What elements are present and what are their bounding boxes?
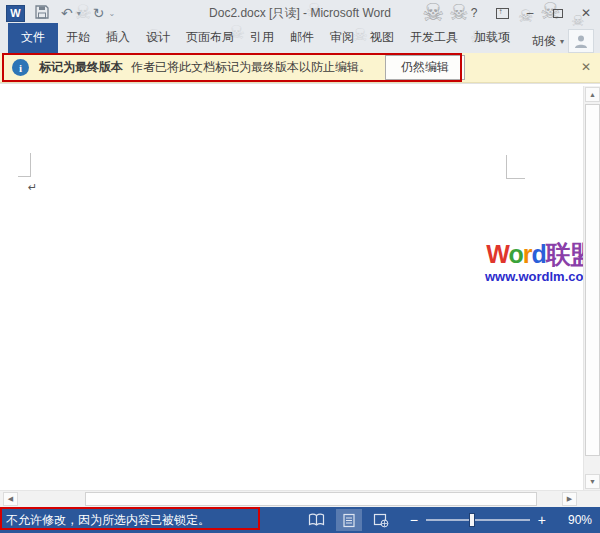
close-button[interactable]: ✕	[572, 0, 600, 26]
user-dropdown-icon[interactable]: ▾	[560, 37, 564, 46]
web-layout-button[interactable]	[368, 509, 394, 531]
document-canvas[interactable]: ↵ Word联盟 www.wordlm.com ▲ ▼	[0, 83, 600, 490]
ribbon-tab-row: 文件 开始 插入 设计 页面布局 引用 邮件 审阅 视图 开发工具 加载项 胡俊…	[0, 26, 600, 53]
vertical-scrollbar-thumb[interactable]	[585, 104, 600, 456]
vertical-scrollbar[interactable]: ▲ ▼	[583, 86, 600, 490]
watermark-logo-text: Word联盟	[483, 241, 597, 269]
redo-icon[interactable]: ↻	[93, 6, 105, 20]
undo-dropdown-icon[interactable]: ▾	[77, 9, 81, 18]
tab-developer[interactable]: 开发工具	[402, 23, 466, 53]
notification-message: 作者已将此文档标记为最终版本以防止编辑。	[131, 59, 371, 76]
zoom-slider-thumb[interactable]	[469, 513, 475, 527]
qat-customize-icon[interactable]: ⌄	[108, 9, 115, 18]
tab-mailings[interactable]: 邮件	[282, 23, 322, 53]
tab-view[interactable]: 视图	[362, 23, 402, 53]
watermark-letter: d	[531, 240, 545, 268]
info-icon: i	[12, 59, 29, 76]
tab-file[interactable]: 文件	[8, 23, 58, 53]
edit-anyway-button[interactable]: 仍然编辑	[385, 55, 465, 80]
restore-icon	[553, 9, 563, 18]
restore-button[interactable]	[544, 0, 572, 26]
scroll-right-icon[interactable]: ▶	[562, 492, 577, 506]
watermark-letter: o	[508, 240, 522, 268]
status-bar-right: − + 90%	[298, 509, 592, 531]
word-app-icon[interactable]: W	[6, 5, 25, 22]
zoom-percentage[interactable]: 90%	[554, 513, 592, 527]
watermark-letter: W	[486, 240, 508, 268]
print-layout-button[interactable]	[336, 509, 362, 531]
undo-icon[interactable]: ↶	[61, 6, 73, 20]
account-area[interactable]: 胡俊 ▾	[532, 29, 600, 53]
tab-review[interactable]: 审阅	[322, 23, 362, 53]
zoom-in-button[interactable]: +	[538, 512, 546, 528]
site-watermark: Word联盟 www.wordlm.com	[483, 241, 597, 284]
zoom-slider[interactable]	[426, 519, 530, 521]
save-icon[interactable]	[35, 5, 49, 22]
notification-title: 标记为最终版本	[39, 59, 123, 76]
minimize-button[interactable]: –	[516, 0, 544, 26]
paragraph-mark: ↵	[28, 181, 37, 194]
scroll-down-icon[interactable]: ▼	[585, 474, 600, 489]
user-name[interactable]: 胡俊	[532, 33, 556, 50]
scroll-left-icon[interactable]: ◀	[3, 492, 18, 506]
margin-corner-mark-left	[18, 153, 31, 177]
margin-corner-mark-right	[506, 155, 525, 179]
notification-close-icon[interactable]: ✕	[581, 60, 591, 74]
zoom-out-button[interactable]: −	[410, 512, 418, 528]
watermark-url: www.wordlm.com	[483, 269, 597, 284]
tab-design[interactable]: 设计	[138, 23, 178, 53]
ribbon-display-options-icon	[496, 8, 509, 19]
status-bar: 不允许修改，因为所选内容已被锁定。 − + 90%	[0, 507, 600, 533]
locked-content-message: 不允许修改，因为所选内容已被锁定。	[6, 512, 210, 529]
read-mode-button[interactable]	[304, 509, 330, 531]
horizontal-scrollbar[interactable]: ◀ ▶	[0, 490, 600, 507]
tab-insert[interactable]: 插入	[98, 23, 138, 53]
tab-add-ins[interactable]: 加载项	[466, 23, 518, 53]
tab-home[interactable]: 开始	[58, 23, 98, 53]
tab-page-layout[interactable]: 页面布局	[178, 23, 242, 53]
horizontal-scrollbar-thumb[interactable]	[85, 492, 537, 506]
scroll-up-icon[interactable]: ▲	[585, 87, 600, 102]
tab-references[interactable]: 引用	[242, 23, 282, 53]
quick-access-toolbar: ↶ ▾ ↻ ⌄	[35, 5, 115, 22]
avatar[interactable]	[568, 29, 594, 53]
marked-final-notification-bar: i 标记为最终版本 作者已将此文档标记为最终版本以防止编辑。 仍然编辑 ✕	[0, 53, 600, 83]
